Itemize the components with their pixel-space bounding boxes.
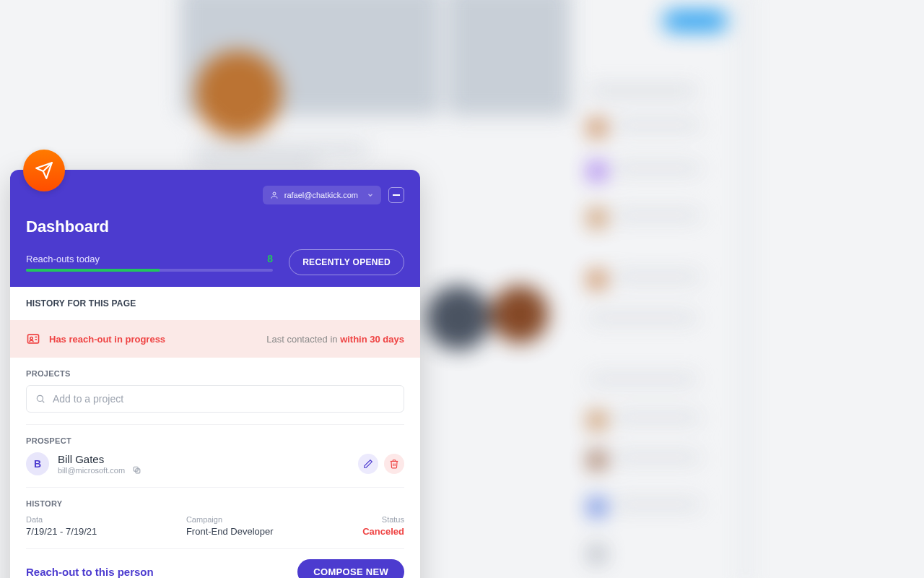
dashboard-title: Dashboard <box>26 217 404 236</box>
contact-card-icon <box>26 332 40 346</box>
delete-prospect-button[interactable] <box>384 454 404 474</box>
reachout-alert: Has reach-out in progress Last contacted… <box>10 320 420 358</box>
reachouts-metric: Reach-outs today 8 <box>26 253 273 272</box>
prospect-label: PROSPECT <box>26 436 404 445</box>
trash-icon <box>389 459 399 469</box>
history-status-col: Status Canceled <box>362 515 404 537</box>
history-section-title: HISTORY FOR THIS PAGE <box>26 298 404 309</box>
prospect-email: bill@microsoft.com <box>58 466 125 475</box>
panel-header: rafael@chatkick.com Dashboard Reach-outs… <box>10 170 420 287</box>
recently-opened-button[interactable]: RECENTLY OPENED <box>289 249 404 275</box>
user-email: rafael@chatkick.com <box>284 191 358 199</box>
reachouts-label: Reach-outs today <box>26 254 100 264</box>
divider <box>26 487 404 488</box>
copy-icon[interactable] <box>132 465 141 475</box>
history-data-col: Data 7/19/21 - 7/19/21 <box>26 515 97 537</box>
projects-label: PROJECTS <box>26 369 404 378</box>
svg-line-6 <box>43 401 45 403</box>
minimize-button[interactable] <box>388 187 404 203</box>
app-fab-icon[interactable] <box>23 150 65 191</box>
extension-panel: rafael@chatkick.com Dashboard Reach-outs… <box>10 170 420 578</box>
prospect-name: Bill Gates <box>58 453 141 465</box>
alert-last-contacted: Last contacted in within 30 days <box>266 334 404 345</box>
history-label: HISTORY <box>26 499 404 508</box>
reachout-section-title: Reach-out to this person <box>26 566 154 578</box>
user-switcher[interactable]: rafael@chatkick.com <box>263 186 381 204</box>
alert-message: Has reach-out in progress <box>49 334 165 345</box>
reachouts-count: 8 <box>267 253 273 264</box>
chevron-down-icon <box>367 191 374 199</box>
project-search[interactable] <box>26 385 404 413</box>
reachouts-progress <box>26 269 273 272</box>
project-search-input[interactable] <box>53 393 395 405</box>
search-icon <box>35 394 45 404</box>
prospect-avatar: B <box>26 452 49 475</box>
compose-new-button[interactable]: COMPOSE NEW <box>297 559 404 578</box>
edit-prospect-button[interactable] <box>358 454 378 474</box>
svg-point-0 <box>273 192 276 195</box>
history-campaign-col: Campaign Front-End Developer <box>186 515 274 537</box>
pencil-icon <box>363 459 373 469</box>
user-icon <box>270 191 279 199</box>
svg-point-5 <box>37 395 43 401</box>
paper-plane-icon <box>35 161 53 180</box>
svg-point-2 <box>30 337 32 340</box>
